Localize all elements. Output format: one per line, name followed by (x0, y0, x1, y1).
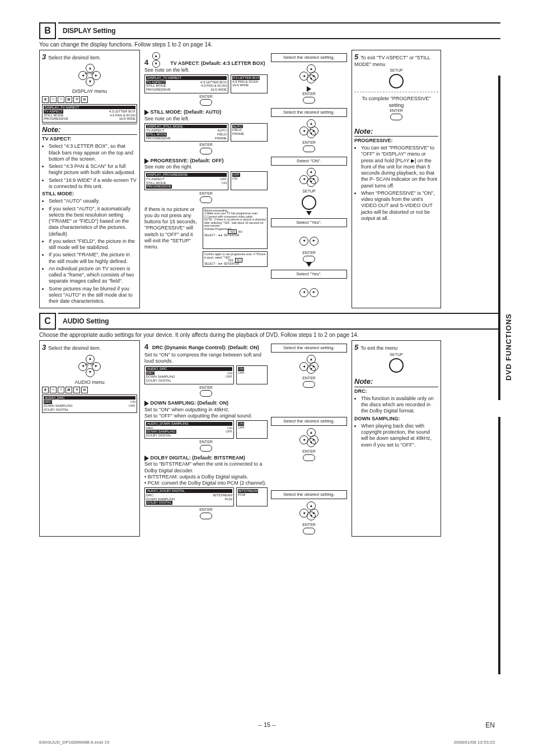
screen: AUTO FIELD FRAME (231, 123, 268, 142)
setup-button-icon (389, 74, 404, 88)
arrow-icon (307, 86, 311, 92)
lang-code: EN (485, 721, 495, 729)
dolby-heading: DOLBY DIGITAL: (Default: BITSTREAM) (151, 455, 245, 461)
col-step4: 4 DRC (Dynamic Range Control): (Default:… (142, 340, 349, 536)
arrow-icon (144, 456, 149, 461)
screen: DISPLAY_TV ASPECT TV ASPECT4:3 LETTER BO… (144, 74, 228, 93)
intro-text: Choose the appropriate audio settings fo… (39, 332, 500, 338)
dpad-icon: ▲▼◄► (299, 64, 318, 83)
still-sub: See note on the left. (144, 116, 268, 122)
col-step5: 5To exit the menu SETUP Note: DRC: This … (352, 340, 441, 536)
prog-heading: PROGRESSIVE: (Default: OFF) (151, 158, 224, 163)
enter-button-icon: ENTER (144, 143, 268, 154)
dpad-icon: ▲▼◄► (299, 168, 318, 187)
enter-label: ENTER (271, 92, 347, 97)
section-title: AUDIO Setting (58, 313, 500, 330)
select-box: Select "Yes". (271, 218, 347, 227)
col-step5: 5To exit "TV ASPECT" or "STILL MODE" men… (352, 50, 441, 308)
select-box: Select the desired setting. (271, 490, 347, 499)
arrow-icon (144, 110, 149, 115)
audio-menu-screen: AUDIO_DRC DRCON DOWN SAMPLINGOFF DOLBY D… (42, 395, 137, 413)
col-step3: 3Select the desired item. ▲▼◄► ENTER DIS… (39, 50, 140, 308)
tv-aspect-heading: TV ASPECT: (Default: 4:3 LETTER BOX) (170, 60, 265, 66)
still-heading: STILL MODE: (Default: AUTO) (151, 109, 222, 115)
drc-heading: DRC (Dynamic Range Control): (Default: O… (152, 345, 259, 350)
enter-button-icon (200, 513, 212, 519)
dpad-icon: ▲▼◄► ENTER (78, 64, 101, 86)
note-list: You can set "PROGRESSIVE" to "OFF" in "D… (361, 145, 438, 222)
rule (498, 76, 500, 400)
section-title: DISPLAY Setting (58, 22, 500, 39)
footer-meta: E6K0UUD_DP100MW8B A.indd 15 2008/01/08 1… (39, 740, 495, 745)
setup-button-icon (389, 358, 404, 373)
timestamp: 2008/01/08 13:53:23 (454, 740, 495, 745)
note-subhead: PROGRESSIVE: (354, 138, 438, 144)
screen: BITSTREAM PCM (236, 487, 268, 506)
enter-button-icon (303, 381, 315, 388)
screen: ON OFF (236, 365, 268, 384)
select-box: Select the desired setting. (271, 344, 347, 353)
section-letter: B (39, 22, 56, 39)
step4-right: Select the desired setting. ▲▼◄► ENTER S… (271, 342, 347, 534)
note-subhead: STILL MODE: (42, 191, 137, 197)
page-number: – 15 – (259, 721, 276, 728)
enter-button-icon (303, 145, 315, 152)
screen: ON OFF (236, 420, 268, 439)
dpad-icon: ◄► (299, 281, 318, 300)
enter-button-icon (200, 445, 212, 452)
note-list: Select "AUTO" usually. If you select "AU… (49, 198, 137, 304)
enter-button-icon (303, 97, 315, 104)
screen: 4:3 LETTER BOX 4:3 PAN & SCAN 16:9 WIDE (231, 74, 268, 93)
dpad-icon: ▲▼◄► (299, 501, 318, 520)
note-list: Select "4:3 LETTER BOX", so that black b… (49, 143, 137, 190)
file-name: E6K0UUD_DP100MW8B A.indd 15 (39, 740, 109, 745)
dpad-icon: ▲▼◄► (299, 119, 318, 138)
note-heading: Note: (354, 127, 438, 137)
screen: AUDIO_DOWN SAMPLING DRCON DOWN SAMPLINGO… (144, 420, 234, 439)
select-box: Select the desired setting. (271, 417, 347, 426)
exit-text: To exit "TV ASPECT" or "STILL MODE" menu (354, 55, 430, 67)
arrow-icon (144, 401, 149, 406)
intro-text: You can change the display functions. Fo… (39, 41, 500, 48)
setup-label: SETUP (271, 189, 347, 194)
screen: DISPLAY_STILL MODE TV ASPECTAUTO STILL M… (144, 123, 228, 142)
menu-label: DISPLAY menu (42, 88, 137, 95)
col-step4: 4 ▲ ▼ TV ASPECT: (Default: 4:3 LETTER BO… (142, 50, 349, 308)
confirm-screen-2: Confirm again to use progressive scan. I… (203, 251, 268, 267)
arrow-icon (306, 211, 312, 215)
enter-button-icon (303, 256, 315, 262)
tv-aspect-sub: See note on the left. (144, 67, 268, 73)
enter-button-icon: ENTER (144, 191, 268, 203)
select-box: Select "ON". (271, 157, 347, 166)
step-num: 3 (42, 53, 46, 61)
note-heading: Note: (42, 125, 137, 135)
col-step3: 3Select the desired item. ▲▼◄► ENTER AUD… (39, 340, 140, 536)
arrow-icon (306, 262, 312, 267)
display-menu-screen: DISPLAY_TV ASPECT TV ASPECT4:3 LETTER BO… (42, 104, 137, 123)
complete-text: To complete "PROGRESSIVE" setting (354, 96, 438, 109)
tab-icons: ◐▭◊▦⚙▤ (42, 96, 137, 103)
rule (498, 417, 500, 674)
note-subhead: TV ASPECT: (42, 136, 137, 142)
page-footer: – 15 – EN (0, 721, 534, 728)
screen: AUDIO_DOLBY DIGITAL DRCBITSTREAM DOWN SA… (144, 487, 234, 506)
enter-button-icon (303, 454, 315, 461)
no-picture-text: If there is no picture or you do not pre… (144, 206, 199, 251)
section-c-header: C AUDIO Setting (39, 313, 500, 330)
screen: AUDIO_DRC DRCON DOWN SAMPLINGOFF DOLBY D… (144, 365, 234, 384)
select-box: Select "Yes". (271, 270, 347, 279)
down-heading: DOWN SAMPLING: (Default: ON) (151, 400, 229, 406)
tab-icons: ◐▭◊▦⚙▤ (42, 387, 137, 393)
note-heading: Note: (354, 377, 438, 387)
step4-right: Select the desired setting. ▲▼◄► ENTER S… (271, 52, 347, 302)
dpad-icon: ▲▼◄► (299, 355, 318, 374)
menu-label: AUDIO menu (42, 379, 137, 386)
enter-button-icon: ENTER (144, 95, 268, 106)
dpad-icon: ◄► (299, 229, 318, 248)
dpad-icon: ▲▼◄► (299, 428, 318, 447)
step-text: Select the desired item. (48, 55, 101, 60)
section-letter: C (39, 313, 56, 330)
enter-button-icon (390, 114, 402, 120)
setup-button-icon (302, 195, 316, 210)
section-b-header: B DISPLAY Setting (39, 22, 500, 39)
